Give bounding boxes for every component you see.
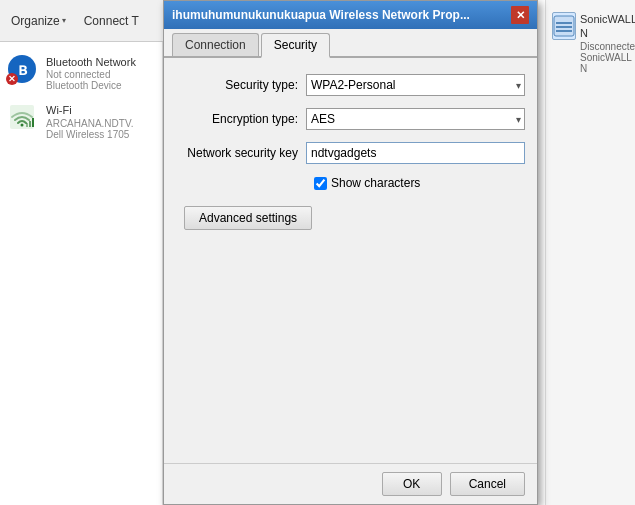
network-key-row: Network security key xyxy=(176,142,525,164)
wifi-icon xyxy=(8,103,40,135)
sonicwall-status: Disconnecte xyxy=(580,41,635,52)
show-characters-checkbox[interactable] xyxy=(314,177,327,190)
organize-button[interactable]: Organize ▾ xyxy=(4,11,73,31)
sonicwall-sub: SonicWALL N xyxy=(580,52,635,74)
sonicwall-icon xyxy=(552,12,576,40)
svg-rect-4 xyxy=(32,118,34,127)
left-panel: ʙ ✕ Bluetooth Network Not connected Blue… xyxy=(0,42,163,505)
cancel-button[interactable]: Cancel xyxy=(450,472,525,496)
list-item[interactable]: ʙ ✕ Bluetooth Network Not connected Blue… xyxy=(4,50,158,96)
wifi-svg xyxy=(8,103,36,131)
bluetooth-device: Bluetooth Device xyxy=(46,80,136,91)
advanced-settings-row: Advanced settings xyxy=(176,206,525,230)
toolbar: Organize ▾ Connect T xyxy=(0,0,165,42)
tab-security-label: Security xyxy=(274,38,317,52)
organize-chevron-icon: ▾ xyxy=(62,16,66,25)
show-characters-row: Show characters xyxy=(314,176,525,190)
encryption-type-select[interactable]: AES TKIP TKIP or AES xyxy=(306,108,525,130)
sonicwall-svg xyxy=(553,15,575,37)
network-key-input[interactable] xyxy=(306,142,525,164)
tab-bar: Connection Security xyxy=(164,29,537,58)
dialog-close-button[interactable]: ✕ xyxy=(511,6,529,24)
svg-rect-7 xyxy=(556,26,572,28)
organize-label: Organize xyxy=(11,14,60,28)
encryption-type-select-wrapper: AES TKIP TKIP or AES xyxy=(306,108,525,130)
dialog: ihumuhumunukunukuapua Wireless Network P… xyxy=(163,0,538,505)
svg-point-1 xyxy=(21,124,24,127)
svg-rect-2 xyxy=(26,123,28,127)
encryption-type-row: Encryption type: AES TKIP TKIP or AES xyxy=(176,108,525,130)
dialog-footer: OK Cancel xyxy=(164,463,537,504)
bluetooth-badge: ʙ ✕ xyxy=(8,55,36,83)
bluetooth-status: Not connected xyxy=(46,69,136,80)
error-badge: ✕ xyxy=(6,73,18,85)
show-characters-label[interactable]: Show characters xyxy=(331,176,420,190)
svg-rect-6 xyxy=(556,22,572,24)
sonicwall-info: SonicWALL N Disconnecte SonicWALL N xyxy=(580,12,635,74)
bluetooth-name: Bluetooth Network xyxy=(46,55,136,69)
dialog-title: ihumuhumunukunukuapua Wireless Network P… xyxy=(172,8,511,22)
encryption-type-control: AES TKIP TKIP or AES xyxy=(306,108,525,130)
dialog-titlebar: ihumuhumunukunukuapua Wireless Network P… xyxy=(164,1,537,29)
wifi-network-info: Wi-Fi ARCAHANA.NDTV. Dell Wireless 1705 xyxy=(46,103,133,139)
svg-rect-8 xyxy=(556,30,572,32)
security-type-label: Security type: xyxy=(176,78,306,92)
dialog-body: Security type: WPA2-Personal WPA-Persona… xyxy=(164,58,537,463)
encryption-type-label: Encryption type: xyxy=(176,112,306,126)
wifi-adapter: Dell Wireless 1705 xyxy=(46,129,133,140)
tab-security[interactable]: Security xyxy=(261,33,330,58)
tab-connection-label: Connection xyxy=(185,38,246,52)
ok-button[interactable]: OK xyxy=(382,472,442,496)
security-type-select-wrapper: WPA2-Personal WPA-Personal Open Shared xyxy=(306,74,525,96)
security-type-row: Security type: WPA2-Personal WPA-Persona… xyxy=(176,74,525,96)
network-key-label: Network security key xyxy=(176,146,306,160)
tab-connection[interactable]: Connection xyxy=(172,33,259,56)
advanced-settings-button[interactable]: Advanced settings xyxy=(184,206,312,230)
network-key-control xyxy=(306,142,525,164)
connect-button[interactable]: Connect T xyxy=(77,11,146,31)
svg-rect-3 xyxy=(29,121,31,127)
connect-label: Connect T xyxy=(84,14,139,28)
security-type-control: WPA2-Personal WPA-Personal Open Shared xyxy=(306,74,525,96)
bluetooth-icon: ʙ ✕ xyxy=(8,55,40,87)
security-type-select[interactable]: WPA2-Personal WPA-Personal Open Shared xyxy=(306,74,525,96)
list-item[interactable]: Wi-Fi ARCAHANA.NDTV. Dell Wireless 1705 xyxy=(4,98,158,144)
right-panel: SonicWALL N Disconnecte SonicWALL N xyxy=(545,0,635,505)
bluetooth-network-info: Bluetooth Network Not connected Bluetoot… xyxy=(46,55,136,91)
wifi-ssid: ARCAHANA.NDTV. xyxy=(46,118,133,129)
list-item[interactable]: SonicWALL N Disconnecte SonicWALL N xyxy=(550,8,631,78)
sonicwall-name: SonicWALL N xyxy=(580,12,635,41)
wifi-name: Wi-Fi xyxy=(46,103,133,117)
